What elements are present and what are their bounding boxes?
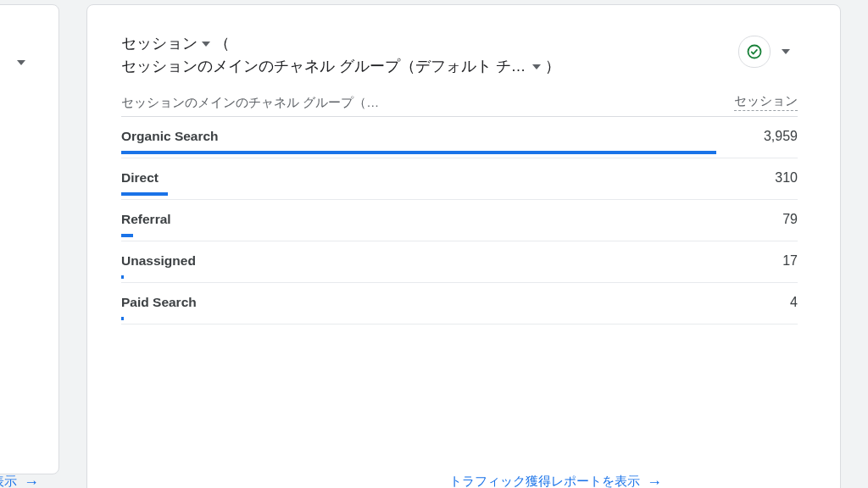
bar-track bbox=[121, 317, 798, 320]
rows-container: Organic Search3,959Direct310Referral79Un… bbox=[121, 117, 798, 324]
session-count: 79 bbox=[782, 212, 798, 227]
channel-name: Unassigned bbox=[121, 253, 196, 269]
traffic-report-link[interactable]: トラフィック獲得レポートを表示 → bbox=[449, 474, 662, 488]
title-line-2: セッションのメインのチャネル グループ（デフォルト チ… ） bbox=[121, 55, 560, 78]
session-count: 4 bbox=[790, 295, 798, 310]
metric-column-header[interactable]: セッション bbox=[734, 93, 798, 111]
chevron-down-icon[interactable] bbox=[202, 42, 210, 47]
bar-track bbox=[121, 151, 798, 154]
arrow-right-icon: → bbox=[24, 474, 39, 489]
dimension-column-header: セッションのメインのチャネル グループ（… bbox=[121, 95, 379, 111]
table-row[interactable]: Organic Search3,959 bbox=[121, 117, 798, 158]
left-card-dropdown[interactable] bbox=[9, 51, 33, 75]
footer-label: 表示 bbox=[0, 474, 17, 488]
metric-selector[interactable]: セッション bbox=[121, 32, 198, 55]
left-card bbox=[0, 4, 59, 474]
row-content: Direct310 bbox=[121, 170, 798, 186]
footer-label: トラフィック獲得レポートを表示 bbox=[449, 474, 640, 488]
table-row[interactable]: Referral79 bbox=[121, 200, 798, 241]
channel-name: Paid Search bbox=[121, 295, 197, 310]
session-count: 17 bbox=[782, 253, 798, 269]
bar-track bbox=[121, 234, 798, 237]
traffic-card: セッション （ セッションのメインのチャネル グループ（デフォルト チ… ） bbox=[86, 4, 841, 488]
bar-fill bbox=[121, 192, 168, 196]
table-row[interactable]: Direct310 bbox=[121, 158, 798, 200]
bar-track bbox=[121, 192, 798, 196]
card-header: セッション （ セッションのメインのチャネル グループ（デフォルト チ… ） bbox=[121, 32, 798, 78]
chevron-down-icon[interactable] bbox=[532, 64, 541, 69]
check-circle-icon bbox=[746, 43, 763, 60]
table-row[interactable]: Paid Search4 bbox=[121, 283, 798, 324]
left-card-footer-link[interactable]: 表示 → bbox=[0, 474, 39, 488]
session-count: 310 bbox=[775, 170, 798, 186]
bar-fill bbox=[121, 234, 133, 237]
channel-name: Referral bbox=[121, 212, 171, 227]
bar-track bbox=[121, 275, 798, 279]
dimension-selector[interactable]: セッションのメインのチャネル グループ（デフォルト チ… bbox=[121, 55, 526, 78]
channel-name: Organic Search bbox=[121, 129, 219, 144]
chevron-down-icon bbox=[17, 60, 25, 65]
paren-open: （ bbox=[214, 32, 230, 55]
title-line-1: セッション （ bbox=[121, 32, 560, 55]
card-title: セッション （ セッションのメインのチャネル グループ（デフォルト チ… ） bbox=[121, 32, 560, 78]
card-menu-button[interactable] bbox=[774, 40, 798, 64]
paren-close: ） bbox=[545, 55, 560, 78]
column-headers: セッションのメインのチャネル グループ（… セッション bbox=[121, 93, 798, 111]
bar-fill bbox=[121, 317, 124, 320]
table-row[interactable]: Unassigned17 bbox=[121, 241, 798, 283]
bar-fill bbox=[121, 275, 124, 279]
row-content: Unassigned17 bbox=[121, 253, 798, 269]
bar-fill bbox=[121, 151, 716, 154]
row-content: Paid Search4 bbox=[121, 295, 798, 310]
channel-name: Direct bbox=[121, 170, 159, 186]
arrow-right-icon: → bbox=[647, 474, 662, 489]
status-check-button[interactable] bbox=[738, 36, 771, 68]
chevron-down-icon bbox=[782, 49, 790, 54]
session-count: 3,959 bbox=[764, 129, 798, 144]
row-content: Organic Search3,959 bbox=[121, 129, 798, 144]
row-content: Referral79 bbox=[121, 212, 798, 227]
card-controls bbox=[738, 36, 798, 68]
